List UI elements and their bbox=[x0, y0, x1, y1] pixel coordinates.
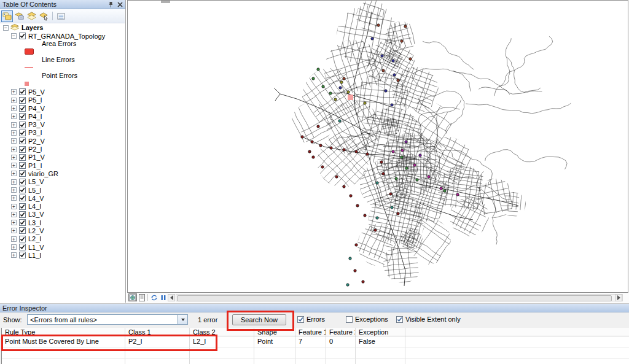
data-view-icon[interactable] bbox=[128, 293, 137, 301]
expand-plus-icon[interactable]: + bbox=[11, 155, 17, 160]
expand-plus-icon[interactable]: + bbox=[11, 114, 17, 119]
layer-checkbox[interactable] bbox=[19, 122, 26, 128]
expand-plus-icon[interactable]: + bbox=[11, 228, 17, 233]
expand-plus-icon[interactable]: + bbox=[11, 204, 17, 209]
checkbox-icon[interactable] bbox=[297, 316, 304, 323]
tree-node-layer[interactable]: +L4_V bbox=[0, 194, 125, 202]
list-by-source-icon[interactable] bbox=[14, 10, 25, 22]
scroll-right-icon[interactable] bbox=[615, 294, 622, 301]
scrollbar-thumb[interactable] bbox=[177, 295, 612, 301]
layer-checkbox[interactable] bbox=[19, 130, 26, 136]
tree-node-layer[interactable]: +L3_I bbox=[0, 219, 125, 227]
layer-checkbox[interactable] bbox=[19, 236, 26, 242]
layer-checkbox[interactable] bbox=[19, 137, 26, 144]
list-by-visibility-icon[interactable] bbox=[26, 10, 37, 22]
column-header-rule-type[interactable]: Rule Type bbox=[2, 328, 125, 336]
tree-node-topology[interactable]: −RT_GRANADA_Topology bbox=[0, 32, 125, 40]
tree-node-layer[interactable]: +P2_I bbox=[0, 145, 125, 153]
tree-node-layer[interactable]: +L1_V bbox=[0, 243, 125, 251]
expand-plus-icon[interactable]: + bbox=[11, 212, 17, 217]
column-header-shape[interactable]: Shape bbox=[254, 328, 295, 336]
tree-node-layer[interactable]: +P3_I bbox=[0, 129, 125, 137]
expand-plus-icon[interactable]: + bbox=[11, 236, 17, 242]
tree-node-layer[interactable]: +P1_V bbox=[0, 153, 125, 161]
close-icon[interactable] bbox=[117, 2, 123, 7]
expand-plus-icon[interactable]: + bbox=[11, 89, 17, 95]
tree-node-layer[interactable]: +P4_I bbox=[0, 112, 125, 120]
map-canvas[interactable] bbox=[128, 1, 628, 292]
tree-node-layer[interactable]: +viario_GR bbox=[0, 169, 125, 177]
layout-view-icon[interactable] bbox=[138, 293, 146, 301]
expand-plus-icon[interactable]: + bbox=[11, 130, 17, 136]
expand-plus-icon[interactable]: + bbox=[11, 122, 17, 128]
column-header-exception[interactable]: Exception bbox=[356, 328, 405, 336]
tree-node-layer[interactable]: +P2_V bbox=[0, 137, 125, 145]
tree-node-layer[interactable]: +L3_V bbox=[0, 211, 125, 219]
tree-node-layer[interactable]: +P1_I bbox=[0, 161, 125, 169]
expand-plus-icon[interactable]: + bbox=[11, 220, 17, 225]
tree-node-layer[interactable]: +P3_V bbox=[0, 120, 125, 128]
checkbox-icon[interactable] bbox=[346, 316, 353, 323]
layer-checkbox[interactable] bbox=[19, 88, 26, 95]
tree-node-layer[interactable]: +L4_I bbox=[0, 202, 125, 210]
scroll-left-icon[interactable] bbox=[168, 294, 175, 301]
column-header-class-2[interactable]: Class 2 bbox=[190, 328, 254, 336]
tree-node-layer[interactable]: +L5_V bbox=[0, 178, 125, 186]
tree-node-layer[interactable]: +L2_I bbox=[0, 235, 125, 243]
layer-checkbox[interactable] bbox=[19, 179, 26, 185]
layer-checkbox[interactable] bbox=[19, 146, 26, 153]
layer-checkbox[interactable] bbox=[19, 227, 26, 234]
layer-checkbox[interactable] bbox=[19, 162, 26, 169]
expand-plus-icon[interactable]: + bbox=[11, 187, 17, 193]
topology-checkbox[interactable] bbox=[19, 33, 26, 39]
expand-plus-icon[interactable]: + bbox=[11, 138, 17, 144]
error-inspector-titlebar[interactable]: Error Inspector bbox=[0, 304, 629, 312]
tree-node-layer[interactable]: +P5_V bbox=[0, 88, 125, 96]
list-by-drawing-order-icon[interactable] bbox=[1, 10, 13, 22]
collapse-minus-icon[interactable]: − bbox=[11, 33, 17, 39]
checkbox-exceptions[interactable]: Exceptions bbox=[346, 316, 388, 323]
layer-checkbox[interactable] bbox=[19, 195, 26, 201]
search-now-button[interactable]: Search Now bbox=[232, 314, 286, 325]
expand-plus-icon[interactable]: + bbox=[11, 171, 17, 176]
layer-checkbox[interactable] bbox=[19, 244, 26, 250]
refresh-icon[interactable] bbox=[150, 293, 158, 301]
checkbox-icon[interactable] bbox=[396, 316, 403, 323]
checkbox-visible-extent-only[interactable]: Visible Extent only bbox=[396, 316, 461, 323]
tree-node-layer[interactable]: +L1_I bbox=[0, 251, 125, 259]
expand-plus-icon[interactable]: + bbox=[11, 195, 17, 201]
layer-checkbox[interactable] bbox=[19, 113, 26, 120]
layer-checkbox[interactable] bbox=[19, 187, 26, 193]
toc-titlebar[interactable]: Table Of Contents bbox=[0, 0, 125, 9]
layer-checkbox[interactable] bbox=[19, 154, 26, 161]
layer-checkbox[interactable] bbox=[19, 211, 26, 218]
expand-plus-icon[interactable]: + bbox=[11, 98, 17, 103]
pin-icon[interactable] bbox=[108, 1, 114, 8]
column-header-feature-1[interactable]: Feature 1 bbox=[295, 328, 326, 336]
tree-node-layer[interactable]: +L5_I bbox=[0, 186, 125, 194]
tree-node-layer[interactable]: +P5_I bbox=[0, 96, 125, 104]
layer-checkbox[interactable] bbox=[19, 203, 26, 210]
error-row[interactable]: Point Must Be Covered By LineP2_IL2_IPoi… bbox=[2, 336, 629, 347]
expand-plus-icon[interactable]: + bbox=[11, 179, 17, 185]
tree-node-layer[interactable]: +L2_V bbox=[0, 227, 125, 234]
expand-plus-icon[interactable]: + bbox=[11, 244, 17, 250]
layer-checkbox[interactable] bbox=[19, 97, 26, 104]
expand-plus-icon[interactable]: + bbox=[11, 106, 17, 111]
splitter-handle[interactable] bbox=[161, 1, 170, 3]
expand-plus-icon[interactable]: + bbox=[11, 163, 17, 168]
toc-options-icon[interactable] bbox=[55, 10, 67, 22]
list-by-selection-icon[interactable] bbox=[38, 10, 50, 22]
pause-icon[interactable] bbox=[159, 293, 168, 301]
column-header-class-1[interactable]: Class 1 bbox=[125, 328, 190, 336]
dropdown-arrow-icon[interactable] bbox=[178, 315, 187, 324]
layer-checkbox[interactable] bbox=[19, 252, 26, 258]
layer-checkbox[interactable] bbox=[19, 105, 26, 112]
checkbox-errors[interactable]: Errors bbox=[297, 316, 325, 323]
rules-filter-dropdown[interactable]: <Errors from all rules> bbox=[27, 314, 188, 325]
horizontal-scrollbar[interactable] bbox=[176, 294, 623, 301]
collapse-minus-icon[interactable]: − bbox=[3, 25, 9, 31]
layer-checkbox[interactable] bbox=[19, 170, 26, 177]
layer-checkbox[interactable] bbox=[19, 219, 26, 226]
column-header-feature-2[interactable]: Feature 2 bbox=[326, 328, 356, 336]
